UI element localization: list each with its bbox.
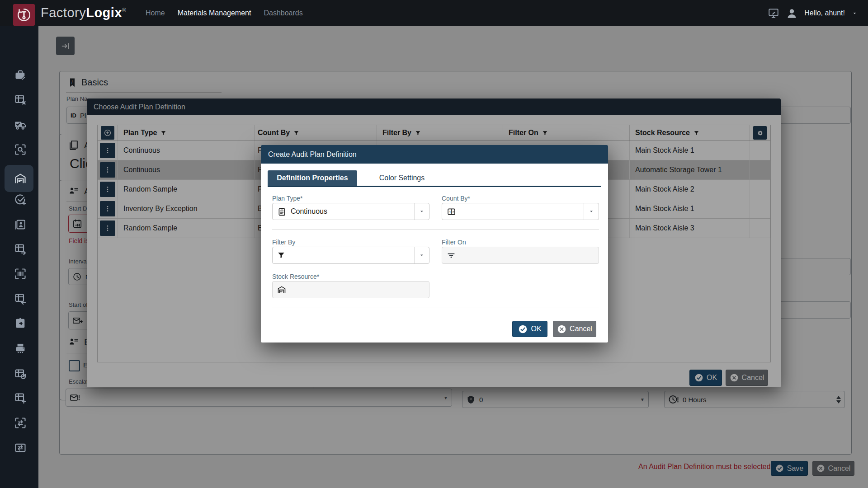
app-header: FactoryLogix® Home Materials Management … xyxy=(0,0,868,26)
tab-color-settings[interactable]: Color Settings xyxy=(357,170,447,186)
clipboard-list-icon xyxy=(277,207,287,216)
stock-resource-input[interactable] xyxy=(272,281,429,298)
number-box-icon xyxy=(447,207,456,216)
count-by-dropdown-arrow[interactable] xyxy=(584,203,599,220)
form-divider-2 xyxy=(272,308,599,308)
sidebar-item-clipboard-return-icon[interactable] xyxy=(14,317,27,329)
nav-dashboards[interactable]: Dashboards xyxy=(264,9,302,17)
sidebar-item-briefcase-edit-icon[interactable] xyxy=(14,69,27,81)
nav-materials-management[interactable]: Materials Management xyxy=(178,9,251,17)
funnel-icon xyxy=(277,251,285,259)
brand-registered: ® xyxy=(122,7,126,14)
plan-type-value: Continuous xyxy=(291,207,327,216)
form-divider-1 xyxy=(272,229,599,230)
main-nav: Home Materials Management Dashboards xyxy=(146,0,303,26)
sidebar-item-table-add-icon[interactable] xyxy=(14,392,27,404)
create-cancel-button[interactable]: Cancel xyxy=(553,321,596,337)
sidebar-item-transfer-scan-icon[interactable] xyxy=(14,417,27,429)
filter-lines-icon xyxy=(447,251,456,260)
brand-logix: Logix xyxy=(86,5,122,20)
sidebar xyxy=(0,26,38,488)
sidebar-item-table-import-icon[interactable] xyxy=(14,292,27,305)
sidebar-item-check-plus-icon[interactable] xyxy=(14,193,27,206)
sidebar-item-barcode-scan-icon[interactable] xyxy=(14,267,27,280)
factorylogix-logo-icon[interactable] xyxy=(13,4,35,26)
sidebar-item-contact-card-icon[interactable] xyxy=(14,218,27,231)
stock-resource-field-label: Stock Resource* xyxy=(272,273,319,280)
sidebar-item-truck-check-icon[interactable] xyxy=(14,118,27,131)
filter-by-field-label: Filter By xyxy=(272,239,295,246)
tab-definition-properties[interactable]: Definition Properties xyxy=(268,170,357,186)
warehouse-icon xyxy=(277,285,286,294)
sidebar-item-table-refresh-icon[interactable] xyxy=(14,368,27,380)
create-cancel-label: Cancel xyxy=(570,325,592,333)
brand-title: FactoryLogix® xyxy=(41,5,126,20)
sidebar-item-box-transfer-icon[interactable] xyxy=(14,441,27,454)
count-by-combobox[interactable] xyxy=(442,203,599,220)
tab-definition-properties-label: Definition Properties xyxy=(277,174,348,182)
tab-color-settings-label: Color Settings xyxy=(379,174,425,182)
sidebar-item-warehouse-icon[interactable] xyxy=(14,172,27,185)
create-dialog-titlebar: Create Audit Plan Definition xyxy=(261,145,608,164)
create-audit-plan-dialog: Create Audit Plan Definition Definition … xyxy=(261,145,608,343)
filter-on-input[interactable] xyxy=(442,247,599,264)
brand-factory: Factory xyxy=(41,5,86,20)
workstation-icon[interactable] xyxy=(768,7,779,19)
sidebar-item-table-export-icon[interactable] xyxy=(14,243,27,255)
nav-home[interactable]: Home xyxy=(146,9,165,17)
chevron-down-icon[interactable] xyxy=(851,10,858,17)
header-right-cluster: Hello, ahunt! xyxy=(768,0,858,26)
filter-on-field-label: Filter On xyxy=(442,239,466,246)
sidebar-item-table-remove-icon[interactable] xyxy=(14,94,27,106)
user-greeting[interactable]: Hello, ahunt! xyxy=(804,9,845,17)
create-ok-button[interactable]: OK xyxy=(512,321,547,337)
plan-type-combobox[interactable]: Continuous xyxy=(272,203,429,220)
create-dialog-title: Create Audit Plan Definition xyxy=(268,150,357,159)
filter-by-combobox[interactable] xyxy=(272,247,429,264)
plan-type-dropdown-arrow[interactable] xyxy=(414,203,429,220)
count-by-field-label: Count By* xyxy=(442,195,470,202)
sidebar-item-printer-icon[interactable] xyxy=(14,343,27,355)
plan-type-field-label: Plan Type* xyxy=(272,195,302,202)
filter-by-dropdown-arrow[interactable] xyxy=(414,247,429,263)
create-ok-label: OK xyxy=(531,325,541,333)
tab-strip-underline xyxy=(268,186,601,187)
sidebar-item-scan-search-icon[interactable] xyxy=(14,143,27,156)
user-avatar[interactable] xyxy=(786,7,798,19)
